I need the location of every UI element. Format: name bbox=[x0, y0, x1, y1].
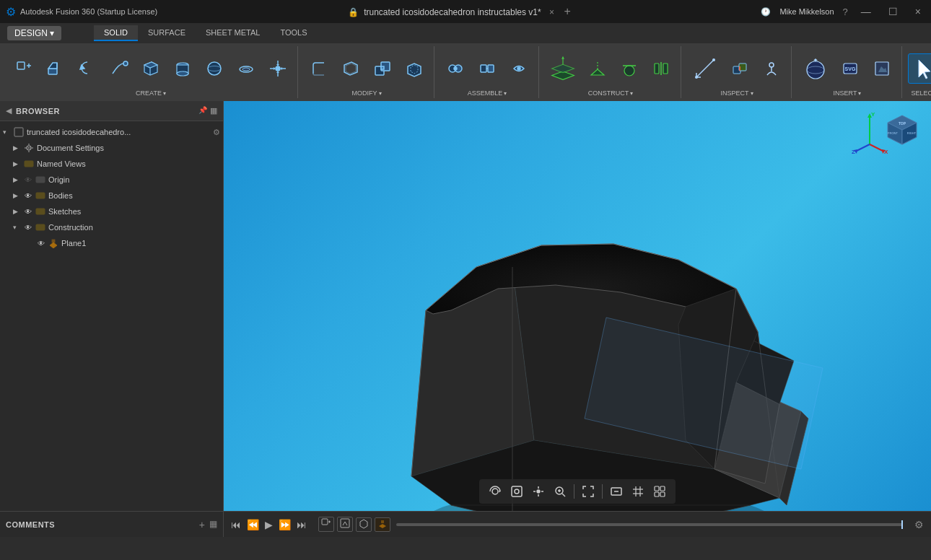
cylinder-button[interactable] bbox=[167, 53, 198, 84]
combine-button[interactable] bbox=[367, 53, 398, 84]
pan-button[interactable] bbox=[528, 482, 548, 501]
viewport[interactable]: TOP FRONT RIGHT Y X Z bbox=[224, 101, 931, 511]
tree-item-named-views[interactable]: ▶ Named Views bbox=[0, 156, 223, 172]
tree-root-item[interactable]: ▾ truncated icosidodecahedro... ⚙ bbox=[0, 124, 223, 140]
bodies-icon bbox=[35, 190, 46, 201]
tree-item-sketches[interactable]: ▶ 👁 Sketches bbox=[0, 204, 223, 219]
insert-mesh-button[interactable] bbox=[797, 53, 834, 84]
joint-button[interactable] bbox=[440, 53, 471, 84]
fit-button[interactable] bbox=[578, 482, 598, 501]
tab-tools[interactable]: TOOLS bbox=[270, 25, 317, 41]
tab-sheet-metal[interactable]: SHEET METAL bbox=[196, 25, 270, 41]
canvas-button[interactable] bbox=[867, 53, 897, 84]
file-tab[interactable]: truncated icosidodecahedron instructable… bbox=[364, 7, 541, 17]
timeline-prev-button[interactable]: ⏪ bbox=[247, 519, 259, 530]
timeline-settings-icon[interactable]: ⚙ bbox=[914, 519, 924, 530]
user-name[interactable]: Mike Mikkelson bbox=[779, 7, 834, 16]
timeline-sketch-icon[interactable] bbox=[337, 517, 353, 532]
render-settings-button[interactable] bbox=[650, 482, 670, 501]
select-label[interactable]: SELECT bbox=[911, 89, 931, 97]
tree-item-bodies[interactable]: ▶ 👁 Bodies bbox=[0, 188, 223, 204]
torus-button[interactable] bbox=[231, 53, 261, 84]
timeline-construction-icon[interactable] bbox=[375, 517, 390, 532]
orbit-button[interactable] bbox=[485, 482, 505, 501]
tab-surface[interactable]: SURFACE bbox=[138, 25, 196, 41]
timeline-body-icon[interactable] bbox=[356, 517, 372, 532]
timeline-rewind-start-button[interactable]: ⏮ bbox=[231, 519, 241, 530]
offset-plane-button[interactable] bbox=[545, 53, 581, 84]
fillet-button[interactable] bbox=[304, 53, 334, 84]
timeline-next-button[interactable]: ⏩ bbox=[279, 519, 291, 530]
assemble-label[interactable]: ASSEMBLE bbox=[468, 89, 507, 97]
measure-button[interactable] bbox=[687, 53, 723, 84]
insert-label[interactable]: INSERT bbox=[834, 89, 862, 97]
maximize-button[interactable]: ☐ bbox=[884, 4, 902, 19]
construction-arrow[interactable]: ▾ bbox=[13, 224, 23, 231]
construction-visibility[interactable]: 👁 bbox=[23, 222, 33, 232]
zoom-button[interactable] bbox=[550, 482, 570, 501]
minimize-button[interactable]: — bbox=[857, 4, 875, 19]
browser-pin-icon[interactable]: 📌 bbox=[198, 106, 207, 115]
browser-expand-icon[interactable]: ▦ bbox=[210, 106, 217, 115]
interference-button[interactable] bbox=[725, 53, 755, 84]
tab-icon: 🔒 bbox=[348, 7, 359, 17]
timeline-play-button[interactable]: ▶ bbox=[265, 519, 273, 530]
grid-button[interactable] bbox=[628, 482, 648, 501]
rigid-group-button[interactable] bbox=[472, 53, 502, 84]
svg-rect-3 bbox=[48, 69, 57, 74]
named-views-arrow[interactable]: ▶ bbox=[13, 160, 23, 167]
inspect-icons bbox=[687, 48, 787, 89]
sketches-visibility[interactable]: 👁 bbox=[23, 206, 33, 216]
box-button[interactable] bbox=[136, 53, 166, 84]
help-button[interactable]: ? bbox=[843, 6, 848, 17]
tab-solid[interactable]: SOLID bbox=[94, 25, 138, 41]
offset-face-button[interactable] bbox=[399, 53, 429, 84]
display-mode-button[interactable] bbox=[606, 482, 626, 501]
timeline-forward-end-button[interactable]: ⏭ bbox=[297, 519, 307, 530]
midplane-button[interactable] bbox=[646, 53, 676, 84]
doc-settings-arrow[interactable]: ▶ bbox=[13, 144, 23, 152]
add-tab-button[interactable]: + bbox=[564, 5, 570, 17]
revolve-button[interactable] bbox=[72, 53, 102, 84]
bodies-arrow[interactable]: ▶ bbox=[13, 192, 23, 199]
sphere-button[interactable] bbox=[199, 53, 230, 84]
modify-label[interactable]: MODIFY bbox=[352, 89, 382, 97]
tree-item-origin[interactable]: ▶ 👁 Origin bbox=[0, 172, 223, 188]
tree-item-plane1[interactable]: ▶ 👁 Plane1 bbox=[0, 235, 223, 251]
new-component-button[interactable] bbox=[9, 53, 39, 84]
tree-item-document-settings[interactable]: ▶ Document Settings bbox=[0, 140, 223, 156]
design-button[interactable]: DESIGN ▾ bbox=[7, 26, 61, 40]
origin-arrow[interactable]: ▶ bbox=[13, 176, 23, 183]
timeline-track[interactable] bbox=[396, 523, 903, 526]
browser-collapse-icon[interactable]: ◀ bbox=[6, 106, 12, 115]
root-settings-icon[interactable]: ⚙ bbox=[213, 128, 220, 137]
look-at-button[interactable] bbox=[507, 482, 527, 501]
motion-link-button[interactable] bbox=[504, 53, 534, 84]
construct-label[interactable]: CONSTRUCT bbox=[588, 89, 634, 97]
tab-close-icon[interactable]: × bbox=[549, 7, 554, 17]
comments-panel-icon[interactable]: ▦ bbox=[209, 519, 217, 530]
origin-icon bbox=[35, 174, 46, 185]
shell-button[interactable] bbox=[336, 53, 366, 84]
plane-at-angle-button[interactable] bbox=[582, 53, 613, 84]
plane1-visibility[interactable]: 👁 bbox=[36, 238, 46, 248]
comments-expand-icon[interactable]: + bbox=[199, 519, 205, 530]
sweep-button[interactable] bbox=[104, 53, 134, 84]
sketches-arrow[interactable]: ▶ bbox=[13, 208, 23, 215]
inspect-label[interactable]: INSPECT bbox=[720, 89, 753, 97]
timeline-new-component-icon[interactable] bbox=[318, 517, 334, 532]
create-label[interactable]: CREATE bbox=[136, 89, 166, 97]
extrude-button[interactable] bbox=[40, 53, 71, 84]
svg-point-36 bbox=[454, 67, 457, 70]
insert-svg-button[interactable]: SVG bbox=[835, 53, 865, 84]
accessibility-button[interactable] bbox=[756, 53, 787, 84]
select-button[interactable] bbox=[908, 53, 931, 84]
toolbar-group-select: SELECT bbox=[904, 46, 931, 98]
bodies-visibility[interactable]: 👁 bbox=[23, 191, 33, 201]
tree-item-construction[interactable]: ▾ 👁 Construction bbox=[0, 219, 223, 235]
tree-root-arrow[interactable]: ▾ bbox=[3, 128, 13, 136]
move-button[interactable] bbox=[263, 53, 293, 84]
tangent-plane-button[interactable] bbox=[614, 53, 644, 84]
origin-visibility[interactable]: 👁 bbox=[23, 175, 33, 185]
close-button[interactable]: × bbox=[911, 4, 925, 19]
